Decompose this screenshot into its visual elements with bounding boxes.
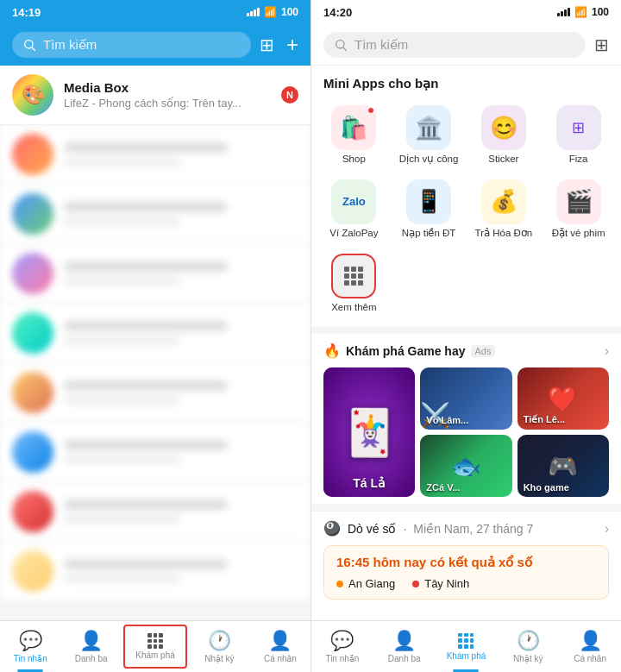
do-ve-so-date: Miền Nam, 27 tháng 7	[413, 522, 533, 536]
do-ve-so-section[interactable]: 🎱 Dò vé số · Miền Nam, 27 tháng 7 ›	[311, 511, 621, 545]
game-grid: 🃏 Tá Lả ⚔️ Võ Lâm... ❤️ Tiến Lê... 🐟	[323, 367, 609, 497]
left-search-box[interactable]: Tìm kiếm	[12, 32, 251, 58]
right-kham-pha-label: Khám phá	[447, 651, 486, 661]
dat-ve-phim-icon-bg: 🎬	[556, 179, 601, 224]
right-battery: 100	[592, 6, 609, 18]
blur-item-6	[0, 423, 310, 482]
blur-item-7	[0, 482, 310, 542]
game-zca[interactable]: 🐟 ZCá V...	[420, 435, 511, 497]
mini-app-sticker[interactable]: 😊 Sticker	[467, 98, 542, 173]
right-nav-kham-pha[interactable]: Khám phá	[436, 621, 498, 672]
province-an-giang: An Giang	[336, 577, 395, 590]
lottery-result-card: 16:45 hôm nay có kết quả xổ số An Giang …	[323, 545, 609, 600]
games-chevron-icon[interactable]: ›	[605, 343, 609, 359]
game-vo-lam[interactable]: ⚔️ Võ Lâm...	[420, 367, 511, 430]
right-nav-nhat-ky[interactable]: 🕐 Nhật ký	[497, 621, 559, 672]
game-header: 🔥 Khám phá Game hay Ads ›	[323, 342, 609, 359]
zca-visual: 🐟	[451, 452, 481, 480]
right-search-placeholder: Tìm kiếm	[354, 37, 408, 53]
ta-la-label: Tá Lả	[353, 476, 386, 490]
fiza-label: Fiza	[569, 154, 588, 166]
signal-icon	[247, 8, 260, 16]
mini-app-tra-hoa-don[interactable]: 💰 Trả Hóa Đơn	[467, 173, 542, 247]
right-panel: 14:20 📶 100 Tìm kiếm ⊞ Mini Apps cho bạn	[310, 0, 621, 672]
left-panel: 14:19 📶 100 Tìm kiếm ⊞ + 🎨	[0, 0, 310, 672]
qr-scan-icon[interactable]: ⊞	[260, 35, 274, 55]
section-divider-1	[311, 327, 621, 334]
section-divider-2	[311, 504, 621, 511]
nhat-ky-icon: 🕐	[208, 630, 231, 652]
media-box-conversation[interactable]: 🎨 Media Box LifeZ - Phong cách sống: Trê…	[0, 66, 310, 125]
right-nhat-ky-icon: 🕐	[517, 630, 540, 652]
game-kho-game[interactable]: 🎮 Kho game	[518, 435, 609, 497]
tay-ninh-name: Tây Ninh	[424, 577, 469, 590]
right-signal-icon	[557, 8, 570, 16]
right-qr-icon[interactable]: ⊞	[594, 35, 609, 55]
left-nav-nhat-ky[interactable]: 🕐 Nhật ký	[189, 621, 249, 672]
game-section: 🔥 Khám phá Game hay Ads › 🃏 Tá Lả ⚔️	[311, 334, 621, 504]
left-nav-tin-nhan[interactable]: 💬 Tin nhắn	[0, 621, 60, 672]
right-ca-nhan-icon: 👤	[579, 630, 602, 652]
right-nav-danh-ba[interactable]: 👤 Danh ba	[373, 621, 436, 672]
left-nav-kham-pha[interactable]: Khám phá	[123, 625, 187, 669]
game-ta-la[interactable]: 🃏 Tá Lả	[323, 367, 415, 497]
add-contact-icon[interactable]: +	[286, 33, 298, 57]
xem-them-label: Xem thêm	[331, 302, 376, 314]
shop-label: Shop	[342, 154, 366, 166]
mini-app-vi-zalopay[interactable]: Zalo Ví ZaloPay	[317, 173, 392, 247]
left-search-placeholder: Tìm kiếm	[43, 37, 97, 53]
blur-item-5	[0, 363, 310, 423]
dich-vu-cong-icon-bg: 🏛️	[406, 105, 451, 150]
left-battery: 100	[281, 6, 298, 18]
province-tay-ninh: Tây Ninh	[412, 577, 469, 590]
left-status-bar: 14:19 📶 100	[0, 0, 310, 24]
tin-nhan-icon: 💬	[19, 630, 42, 652]
mini-app-fiza[interactable]: ⊞ Fiza	[541, 98, 616, 173]
an-giang-dot	[336, 581, 343, 587]
lottery-provinces: An Giang Tây Ninh	[336, 577, 596, 590]
mini-app-dat-ve-phim[interactable]: 🎬 Đặt vé phim	[541, 173, 616, 247]
right-tin-nhan-label: Tin nhắn	[325, 654, 359, 663]
search-icon	[22, 38, 36, 52]
fiza-icon-bg: ⊞	[556, 105, 601, 150]
mini-apps-grid: 🛍️ Shop 🏛️ Dịch vụ công 😊 Sticker ⊞ Fiza	[311, 98, 621, 247]
left-nav-danh-ba[interactable]: 👤 Danh ba	[60, 621, 121, 672]
shop-icon-bg: 🛍️	[331, 105, 376, 150]
left-nav-ca-nhan[interactable]: 👤 Cá nhân	[250, 621, 310, 672]
mini-app-shop[interactable]: 🛍️ Shop	[317, 98, 392, 173]
right-time: 14:20	[323, 6, 352, 19]
svg-line-3	[343, 47, 347, 51]
ads-badge: Ads	[471, 345, 496, 357]
fire-icon: 🔥	[323, 342, 341, 359]
mini-app-nap-tien[interactable]: 📱 Nạp tiền ĐT	[392, 173, 467, 247]
right-nav-ca-nhan[interactable]: 👤 Cá nhân	[559, 621, 621, 672]
xem-them-row: Xem thêm	[311, 247, 621, 328]
danh-ba-icon: 👤	[79, 630, 103, 652]
right-ca-nhan-label: Cá nhân	[574, 654, 606, 663]
mini-app-xem-them[interactable]: Xem thêm	[317, 247, 392, 321]
media-box-avatar: 🎨	[12, 74, 53, 116]
nhat-ky-label: Nhật ký	[204, 654, 234, 663]
game-tien-le[interactable]: ❤️ Tiến Lê...	[518, 367, 609, 430]
tin-nhan-label: Tin nhắn	[14, 654, 47, 663]
zca-label: ZCá V...	[426, 482, 460, 493]
dich-vu-cong-label: Dịch vụ công	[399, 154, 459, 166]
media-box-info: Media Box LifeZ - Phong cách sống: Trên …	[64, 80, 271, 110]
lottery-chevron-icon[interactable]: ›	[605, 521, 609, 537]
mini-app-dich-vu-cong[interactable]: 🏛️ Dịch vụ công	[392, 98, 467, 173]
sticker-icon-bg: 😊	[481, 105, 526, 150]
conversations-list	[0, 125, 310, 620]
right-search-box[interactable]: Tìm kiếm	[323, 32, 586, 58]
media-box-badge: N	[281, 86, 298, 104]
blur-item-2	[0, 185, 310, 244]
lottery-time: 16:45 hôm nay có kết quả xổ số	[336, 555, 596, 570]
do-ve-so-title: Dò vé số	[348, 522, 396, 536]
blur-item-3	[0, 244, 310, 304]
right-status-bar: 14:20 📶 100	[311, 0, 621, 24]
right-wifi-icon: 📶	[574, 6, 587, 18]
right-nav-tin-nhan[interactable]: 💬 Tin nhắn	[311, 621, 373, 672]
tien-le-label: Tiến Lê...	[524, 414, 565, 425]
dat-ve-phim-label: Đặt vé phim	[552, 228, 605, 240]
tay-ninh-dot	[412, 581, 419, 587]
sticker-label: Sticker	[488, 154, 518, 166]
